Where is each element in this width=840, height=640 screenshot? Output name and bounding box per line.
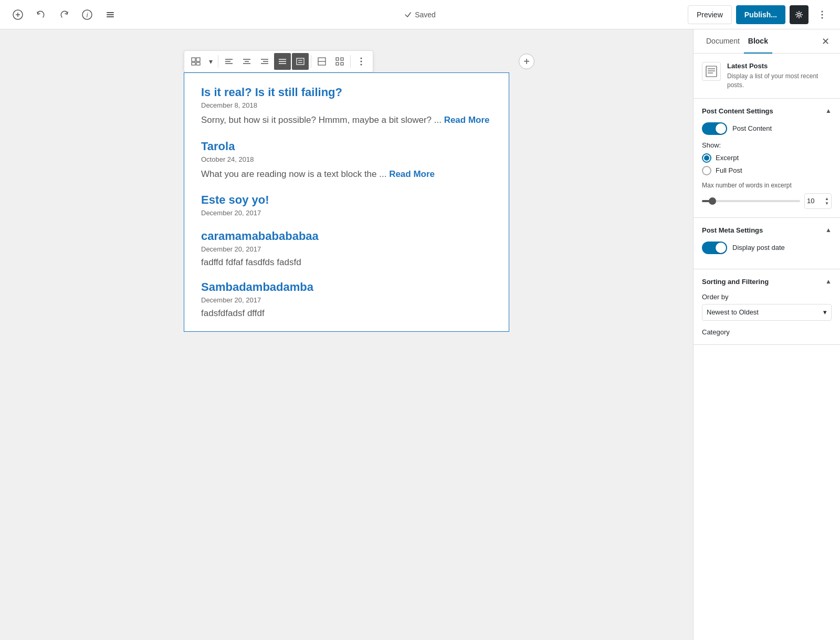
block-subtitle: Display a list of your most recent posts… <box>727 72 832 90</box>
post-date: December 8, 2018 <box>201 101 492 109</box>
grid-view-toggle[interactable] <box>331 53 348 70</box>
post-content-toggle[interactable] <box>702 122 727 135</box>
content-block: Is it real? Is it still failing? Decembe… <box>184 72 509 332</box>
more-options-button[interactable] <box>813 5 832 24</box>
read-more-link[interactable]: Read More <box>444 115 490 125</box>
align-right-button[interactable] <box>256 53 273 70</box>
top-bar-left: i <box>8 5 688 24</box>
svg-point-10 <box>822 14 823 15</box>
top-bar-right: Preview Publish... <box>688 5 832 24</box>
align-full-button[interactable] <box>292 53 309 70</box>
align-left-button[interactable] <box>220 53 237 70</box>
post-date: October 24, 2018 <box>201 155 492 163</box>
toolbar-divider-2 <box>311 55 311 68</box>
editor-area: ▾ <box>0 29 693 640</box>
list-view-button[interactable] <box>101 5 120 24</box>
slider-label: Max number of words in excerpt <box>702 182 832 189</box>
svg-point-9 <box>822 11 823 12</box>
post-excerpt: What you are reading now is a text block… <box>201 167 492 181</box>
toolbar-divider-3 <box>350 55 351 68</box>
read-more-link[interactable]: Read More <box>389 169 435 179</box>
excerpt-radio[interactable] <box>702 153 711 163</box>
add-block-button[interactable] <box>8 5 27 24</box>
align-center-button[interactable] <box>238 53 255 70</box>
category-label: Category <box>702 328 832 336</box>
post-title[interactable]: Tarola <box>201 140 492 153</box>
align-justify-button[interactable] <box>274 53 291 70</box>
post-content-settings-header[interactable]: Post Content Settings ▲ <box>702 107 832 115</box>
post-title[interactable]: Sambadambadamba <box>201 280 492 294</box>
info-button[interactable]: i <box>78 5 97 24</box>
post-meta-settings: Post Meta Settings ▲ Display post date <box>694 218 840 269</box>
settings-button[interactable] <box>790 5 808 24</box>
sorting-filtering-settings: Sorting and Filtering ▲ Order by Newest … <box>694 269 840 345</box>
svg-rect-35 <box>336 62 339 65</box>
svg-rect-34 <box>341 58 343 60</box>
full-post-radio-row: Full Post <box>702 166 832 175</box>
order-by-row: Order by Newest to Oldest ▾ <box>702 293 832 321</box>
full-post-radio[interactable] <box>702 166 711 175</box>
list-view-toggle[interactable] <box>313 53 330 70</box>
post-content-settings: Post Content Settings ▲ Post Content Sho… <box>694 99 840 218</box>
word-count-input[interactable]: 10 ▲ ▼ <box>804 193 832 209</box>
block-type-button[interactable] <box>187 53 204 70</box>
svg-rect-5 <box>107 12 114 13</box>
preview-button[interactable]: Preview <box>688 5 732 24</box>
post-title[interactable]: Este soy yo! <box>201 193 492 207</box>
saved-label: Saved <box>415 11 436 19</box>
post-content-toggle-label: Post Content <box>732 124 772 132</box>
svg-rect-28 <box>297 58 304 65</box>
show-label: Show: <box>702 141 832 149</box>
svg-rect-36 <box>341 62 343 65</box>
order-by-select[interactable]: Newest to Oldest ▾ <box>702 304 832 321</box>
svg-rect-6 <box>107 14 114 15</box>
select-chevron-icon: ▾ <box>823 308 827 316</box>
editor-block-wrapper: ▾ <box>184 50 509 332</box>
slider-row: 10 ▲ ▼ <box>702 193 832 209</box>
top-bar: i Saved Preview Publish... <box>0 0 840 29</box>
list-item: caramamababababaa December 20, 2017 fadf… <box>201 229 492 268</box>
post-date-toggle[interactable] <box>702 242 727 254</box>
post-date: December 20, 2017 <box>201 245 492 253</box>
list-item: Sambadambadamba December 20, 2017 fadsfd… <box>201 280 492 319</box>
post-date: December 20, 2017 <box>201 296 492 304</box>
add-block-inline-button[interactable]: + <box>519 54 534 69</box>
svg-rect-7 <box>107 16 114 17</box>
more-toolbar-options[interactable] <box>353 53 370 70</box>
block-toolbar: ▾ <box>184 50 373 72</box>
svg-point-8 <box>798 13 801 16</box>
block-title: Latest Posts <box>727 62 832 70</box>
post-excerpt: fadsfdfadsf dffdf <box>201 308 492 319</box>
svg-point-38 <box>361 61 362 62</box>
sorting-settings-header[interactable]: Sorting and Filtering ▲ <box>702 278 832 286</box>
publish-button[interactable]: Publish... <box>736 5 785 24</box>
full-post-label: Full Post <box>716 166 742 174</box>
slider-thumb[interactable] <box>709 197 716 205</box>
svg-point-37 <box>361 58 362 59</box>
sidebar-close-button[interactable]: ✕ <box>820 34 832 49</box>
svg-point-11 <box>822 17 823 18</box>
list-item: Tarola October 24, 2018 What you are rea… <box>201 140 492 181</box>
latest-posts-icon <box>702 62 721 81</box>
excerpt-label: Excerpt <box>716 154 739 162</box>
svg-rect-40 <box>706 66 717 77</box>
post-date-toggle-label: Display post date <box>732 244 785 251</box>
post-title[interactable]: Is it real? Is it still failing? <box>201 86 492 99</box>
saved-status: Saved <box>404 11 436 19</box>
post-meta-settings-header[interactable]: Post Meta Settings ▲ <box>702 226 832 234</box>
tab-block[interactable]: Block <box>744 29 772 54</box>
tab-document[interactable]: Document <box>702 29 744 54</box>
svg-rect-12 <box>192 58 195 61</box>
post-title[interactable]: caramamababababaa <box>201 229 492 243</box>
slider-track[interactable] <box>702 200 800 202</box>
word-count-slider-section: Max number of words in excerpt 10 ▲ ▼ <box>702 182 832 209</box>
redo-button[interactable] <box>55 5 74 24</box>
post-content-settings-title: Post Content Settings <box>702 107 773 115</box>
toolbar-divider-1 <box>218 55 218 68</box>
dropdown-button[interactable]: ▾ <box>205 53 216 70</box>
undo-button[interactable] <box>32 5 50 24</box>
svg-rect-14 <box>192 62 195 65</box>
svg-text:i: i <box>87 12 88 19</box>
post-excerpt: fadffd fdfaf fasdfds fadsfd <box>201 257 492 268</box>
post-date: December 20, 2017 <box>201 209 492 217</box>
